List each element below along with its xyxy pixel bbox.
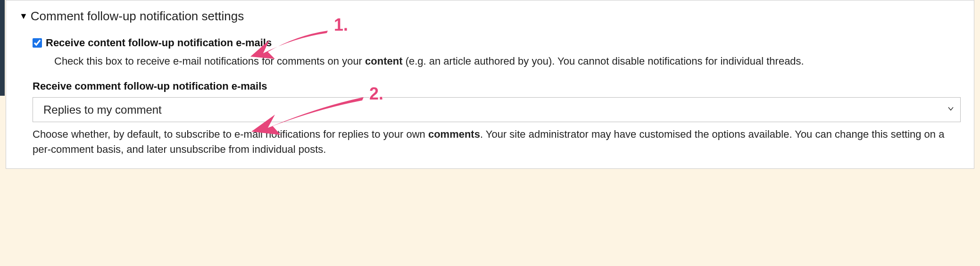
receive-content-followup-label[interactable]: Receive content follow-up notification e… <box>46 37 272 49</box>
help2-pre: Choose whether, by default, to subscribe… <box>33 128 428 140</box>
help-text-bold: content <box>365 55 402 67</box>
disclosure-triangle-icon: ▼ <box>19 11 28 21</box>
left-gutter-decoration <box>0 0 5 96</box>
receive-content-followup-checkbox[interactable] <box>33 38 42 48</box>
comment-notification-fieldset: ▼ Comment follow-up notification setting… <box>6 0 974 169</box>
help-text-post: (e.g. an article authored by you). You c… <box>403 55 804 67</box>
receive-comment-followup-label: Receive comment follow-up notification e… <box>33 80 961 92</box>
comment-followup-select[interactable]: Replies to my comment <box>33 97 961 122</box>
comment-followup-section: Receive comment follow-up notification e… <box>33 80 961 157</box>
comment-followup-help: Choose whether, by default, to subscribe… <box>33 127 961 157</box>
fieldset-legend-toggle[interactable]: ▼ Comment follow-up notification setting… <box>19 9 961 24</box>
fieldset-legend-text: Comment follow-up notification settings <box>31 9 244 24</box>
content-followup-section: Receive content follow-up notification e… <box>33 37 961 69</box>
content-followup-help: Check this box to receive e-mail notific… <box>54 54 961 69</box>
help-text-pre: Check this box to receive e-mail notific… <box>54 55 365 67</box>
help2-bold: comments <box>428 128 480 140</box>
